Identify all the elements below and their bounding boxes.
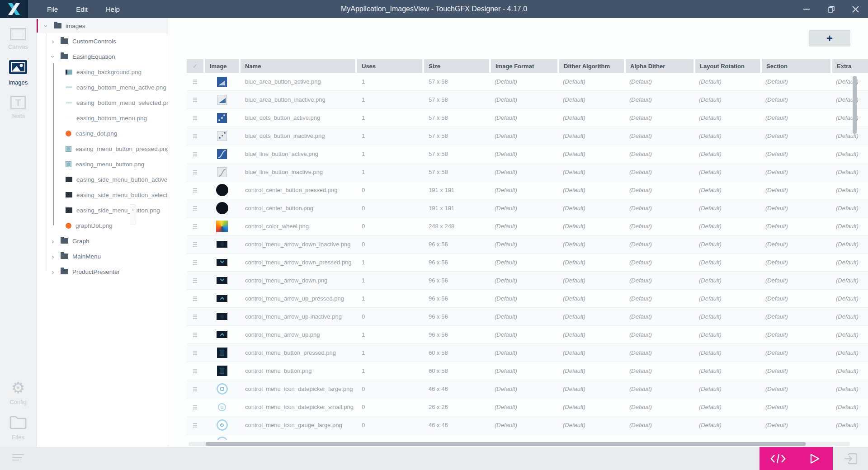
table-row[interactable]: control_menu_arrow_down.png196 x 56(Defa… [187,272,868,290]
row-drag-handle[interactable] [187,387,203,391]
table-row[interactable]: control_menu_arrow_up.png196 x 56(Defaul… [187,326,868,344]
sidebar-item-images[interactable]: Images [0,60,36,86]
sidebar-item-texts[interactable]: TTexts [0,96,36,119]
row-drag-handle[interactable] [187,80,203,84]
tree-item[interactable]: graphDot.png [37,218,168,233]
table-row[interactable]: blue_dots_button_active.png157 x 58(Defa… [187,109,868,127]
row-drag-handle[interactable] [187,351,203,355]
sidebar-item-config[interactable]: ⚙Config [0,380,36,405]
tree-folder-CustomControls[interactable]: ›CustomControls [37,33,168,49]
tree-item[interactable]: easing_dot.png [37,126,168,141]
image-thumbnail [218,403,226,411]
menu-file[interactable]: File [47,5,58,13]
tree-collapse-handle[interactable]: ‹ [130,204,136,225]
default-value-cell: (Default) [762,422,830,428]
uses-cell: 0 [357,422,422,428]
table-row[interactable]: control_center_button_pressed.png0191 x … [187,181,868,199]
run-target-button[interactable] [837,447,864,470]
table-row[interactable]: control_menu_button.png160 x 58(Default)… [187,362,868,380]
tree-item[interactable]: easing_bottom_menu_active.png [37,80,168,95]
default-value-cell: (Default) [491,331,557,338]
row-drag-handle[interactable] [187,116,203,120]
size-cell: 57 x 58 [424,114,489,121]
row-drag-handle[interactable] [187,369,203,373]
row-drag-handle[interactable] [187,296,203,301]
size-cell: 96 x 56 [424,331,489,338]
row-drag-handle[interactable] [187,170,203,174]
row-drag-handle[interactable] [187,188,203,193]
sidebar-item-files[interactable]: Files [0,415,36,441]
row-drag-handle[interactable] [187,152,203,156]
row-drag-handle[interactable] [187,98,203,102]
table-row[interactable]: control_menu_icon_datepicker_large.png04… [187,380,868,398]
run-simulator-button[interactable] [796,447,833,470]
tree-folder-EasingEquation[interactable]: ›EasingEquation [37,49,168,64]
chevron-right-icon[interactable]: › [50,268,56,276]
tree-item[interactable]: easing_background.png [37,64,168,80]
menu-help[interactable]: Help [106,5,120,13]
row-drag-handle[interactable] [187,423,203,428]
tree-folder-MainMenu[interactable]: ›MainMenu [37,249,168,264]
default-value-cell: (Default) [491,205,557,212]
tree-item[interactable]: easing_side_menu_button_selected.png [37,187,168,202]
table-row[interactable]: control_menu_arrow_down_inactive.png096 … [187,235,868,254]
row-drag-handle[interactable] [187,134,203,138]
table-row[interactable]: blue_line_button_active.png157 x 58(Defa… [187,145,868,163]
row-drag-handle[interactable] [187,224,203,229]
row-drag-handle[interactable] [187,260,203,265]
table-row[interactable]: control_color_wheel.png0248 x 248(Defaul… [187,217,868,235]
default-value-cell: (Default) [626,422,693,428]
tree-item[interactable]: easing_bottom_menu.png [37,110,168,126]
chevron-right-icon[interactable]: › [50,253,56,260]
chevron-down-icon[interactable]: › [49,53,57,60]
row-drag-handle[interactable] [187,242,203,247]
vertical-scrollbar[interactable] [853,76,857,134]
tree-item[interactable]: easing_side_menu_button_active.png [37,172,168,187]
sidebar-item-canvas[interactable]: Canvas [0,28,36,50]
table-row[interactable]: blue_dots_button_inactive.png157 x 58(De… [187,127,868,145]
menu-icon[interactable] [12,454,24,461]
add-image-button[interactable]: + [809,30,850,47]
table-row[interactable]: control_menu_arrow_up-inactive.png096 x … [187,308,868,326]
row-drag-handle[interactable] [187,315,203,319]
drag-handle-icon [193,224,197,229]
image-thumbnail [217,241,227,248]
minimize-icon[interactable] [801,4,812,14]
default-value-cell: (Default) [762,132,830,139]
generate-code-button[interactable] [760,447,796,470]
horizontal-scrollbar[interactable] [206,442,806,446]
tree-item-label: easing_bottom_menu_active.png [76,84,166,91]
table-row[interactable]: blue_line_button_inactive.png157 x 58(De… [187,163,868,181]
tree-item[interactable]: easing_bottom_menu_selected.png [37,95,168,110]
restore-icon[interactable] [826,4,836,14]
tree-item[interactable]: easing_menu_button.png [37,156,168,172]
tree-folder-Graph[interactable]: ›Graph [37,233,168,249]
tree-folder-images[interactable]: ›images [37,18,168,33]
window-title: MyApplication_ImagesView - TouchGFX Desi… [0,5,868,13]
row-drag-handle[interactable] [187,333,203,337]
tree-item[interactable]: easing_side_menu_button.png [37,202,168,218]
table-row[interactable]: blue_area_button_active.png157 x 58(Defa… [187,73,868,91]
close-icon[interactable] [850,4,861,14]
table-row[interactable]: control_menu_arrow_down_pressed.png196 x… [187,254,868,272]
row-drag-handle[interactable] [187,206,203,211]
sidebar-item-label: Images [9,79,28,86]
tree-item[interactable]: easing_menu_button_pressed.png [37,141,168,156]
table-row[interactable]: control_menu_button_pressed.png160 x 58(… [187,344,868,362]
table-row[interactable]: control_menu_icon_datepicker_small.png02… [187,398,868,416]
table-row[interactable]: control_menu_arrow_up_pressed.png196 x 5… [187,290,868,308]
image-thumbnail [217,95,227,105]
select-all-checkbox[interactable]: ✓ [187,59,203,73]
menu-edit[interactable]: Edit [76,5,88,13]
table-row[interactable]: control_center_button.png0191 x 191(Defa… [187,199,868,217]
size-cell: 96 x 56 [424,295,489,302]
chevron-right-icon[interactable]: › [50,38,56,45]
table-row[interactable]: blue_area_button_inactive.png157 x 58(De… [187,91,868,109]
chevron-down-icon[interactable]: › [42,23,50,29]
tree-folder-ProductPresenter[interactable]: ›ProductPresenter [37,264,168,279]
table-row[interactable]: control_menu_icon_gauge_large.png046 x 4… [187,416,868,434]
row-drag-handle[interactable] [187,278,203,283]
chevron-right-icon[interactable]: › [50,237,56,245]
row-drag-handle[interactable] [187,405,203,409]
image-cell [205,221,239,232]
